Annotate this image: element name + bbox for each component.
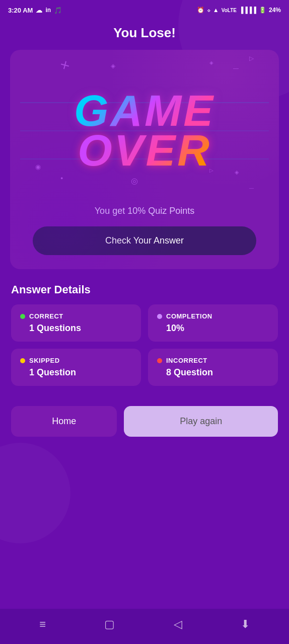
deco-diamond3: ◈: [235, 169, 239, 176]
status-right: ⏰ ⬦ ▲ VoLTE ▐▐▐▐ 🔋 24%: [197, 7, 281, 14]
dot-completion: [157, 314, 162, 319]
status-left: 3:20 AM ☁ in 🎵: [8, 7, 62, 14]
deco-dash2: —: [249, 186, 254, 191]
over-text: OVER: [78, 130, 211, 170]
correct-value: 1 Questions: [20, 323, 132, 334]
deco-dot2: ●: [60, 176, 63, 181]
stat-label-completion: COMPLETION: [157, 312, 269, 320]
completion-label: COMPLETION: [166, 312, 212, 320]
bottom-buttons: Home Play again: [10, 406, 279, 437]
dot-correct: [20, 314, 25, 319]
stat-card-correct: CORRECT 1 Questions: [11, 304, 141, 342]
deco-arrow2: ▷: [209, 168, 213, 173]
status-bar: 3:20 AM ☁ in 🎵 ⏰ ⬦ ▲ VoLTE ▐▐▐▐ 🔋 24%: [0, 0, 289, 20]
incorrect-label: INCORRECT: [166, 357, 207, 364]
skipped-value: 1 Question: [20, 367, 132, 378]
dot-skipped: [20, 358, 25, 363]
home-button[interactable]: Home: [11, 406, 117, 437]
time-display: 3:20 AM: [8, 7, 33, 14]
correct-label: CORRECT: [29, 312, 63, 320]
wifi-icon: ▲: [213, 7, 219, 14]
stat-card-skipped: SKIPPED 1 Question: [11, 349, 141, 386]
stat-label-incorrect: INCORRECT: [157, 357, 269, 364]
spotify-icon: 🎵: [54, 7, 62, 14]
linkedin-icon: in: [45, 7, 51, 14]
skipped-label: SKIPPED: [29, 357, 60, 364]
answer-details-title: Answer Details: [11, 283, 278, 296]
signal-text: VoLTE: [222, 8, 237, 13]
stat-label-skipped: SKIPPED: [20, 357, 132, 364]
game-over-image: GAME OVER ◉ ● ◈ ◎ ▷ —: [20, 60, 269, 201]
dot-incorrect: [157, 358, 162, 363]
stats-grid: CORRECT 1 Questions COMPLETION 10% SKIPP…: [11, 304, 278, 386]
deco-dot1: ◉: [35, 163, 41, 171]
answer-details-section: Answer Details CORRECT 1 Questions COMPL…: [10, 283, 279, 386]
game-text: GAME: [74, 91, 215, 130]
game-over-card: ✕ ◈ ◈ — ▷ GAME OVER ◉ ● ◈ ◎ ▷ — Yo: [10, 50, 279, 269]
notification-icon: ☁: [36, 7, 42, 14]
main-content: You Lose! ✕ ◈ ◈ — ▷ GAME OVER ◉ ● ◈ ◎: [0, 20, 289, 609]
nav-home-icon[interactable]: ▢: [104, 618, 115, 631]
nav-bar: ≡ ▢ ◁ ⬇: [0, 609, 289, 644]
completion-value: 10%: [157, 323, 269, 334]
check-answer-button[interactable]: Check Your Answer: [33, 226, 257, 255]
nav-back-icon[interactable]: ◁: [174, 618, 182, 631]
play-again-button[interactable]: Play again: [124, 406, 278, 437]
signal-bars: ▐▐▐▐: [239, 7, 256, 14]
deco-circle: ◎: [131, 176, 138, 186]
alarm-icon: ⏰: [197, 7, 204, 14]
stat-label-correct: CORRECT: [20, 312, 132, 320]
quiz-points-text: You get 10% Quiz Points: [95, 206, 194, 216]
game-over-text: GAME OVER: [74, 91, 215, 170]
stat-card-incorrect: INCORRECT 8 Question: [148, 349, 278, 386]
nav-menu-icon[interactable]: ≡: [39, 618, 46, 631]
bluetooth-icon: ⬦: [207, 7, 210, 14]
battery-level: 24%: [269, 7, 281, 14]
incorrect-value: 8 Question: [157, 367, 269, 378]
nav-download-icon[interactable]: ⬇: [241, 618, 250, 631]
battery-icon: 🔋: [259, 7, 266, 14]
page-title: You Lose!: [113, 25, 176, 41]
stat-card-completion: COMPLETION 10%: [148, 304, 278, 342]
